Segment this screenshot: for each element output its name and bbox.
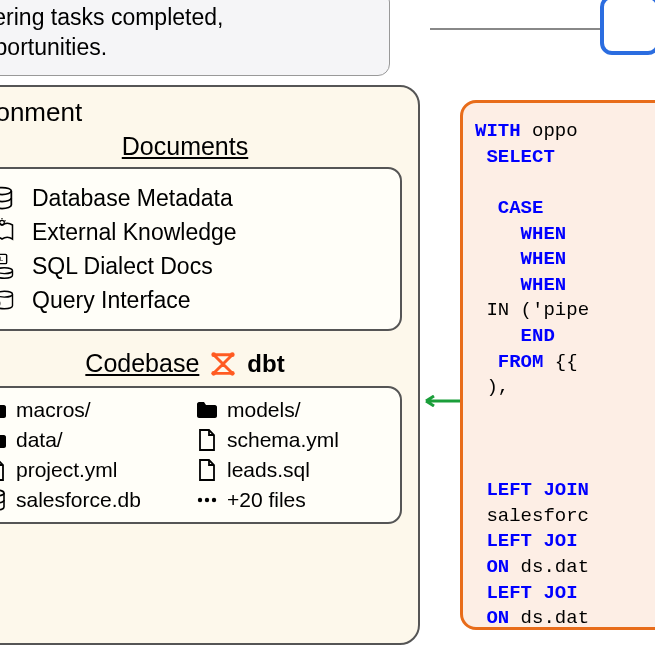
doc-label: Database Metadata bbox=[32, 185, 233, 212]
documents-box: Database Metadata External Knowledge SQL… bbox=[0, 167, 402, 331]
file-models: models/ bbox=[195, 398, 386, 422]
task-description: overing tasks completed, opportunities. bbox=[0, 0, 390, 76]
svg-point-10 bbox=[230, 371, 235, 376]
svg-point-14 bbox=[212, 498, 216, 502]
sql-txt: {{ bbox=[543, 351, 577, 373]
dots-icon bbox=[195, 488, 219, 512]
svg-text:SQL: SQL bbox=[0, 256, 4, 262]
sql-kw: LEFT JOI bbox=[475, 530, 578, 552]
file-label: schema.yml bbox=[227, 428, 339, 452]
sql-kw: LEFT JOIN bbox=[475, 479, 589, 501]
svg-point-0 bbox=[0, 188, 11, 195]
sql-kw: IN bbox=[475, 299, 509, 321]
environment-title: vironment bbox=[0, 97, 402, 128]
sql-kw: LEFT JOI bbox=[475, 582, 578, 604]
svg-point-8 bbox=[230, 352, 235, 357]
sql-txt: salesforc bbox=[475, 505, 589, 527]
file-salesforce: salesforce.db bbox=[0, 488, 175, 512]
sql-kw: SELECT bbox=[475, 146, 555, 168]
environment-panel: vironment Documents Database Metadata Ex… bbox=[0, 85, 420, 645]
file-label: salesforce.db bbox=[16, 488, 141, 512]
file-macros: macros/ bbox=[0, 398, 175, 422]
sql-kw: CASE bbox=[475, 197, 543, 219]
codebase-header: Codebase dbt bbox=[0, 349, 402, 378]
svg-point-12 bbox=[198, 498, 202, 502]
file-data: data/ bbox=[0, 428, 175, 452]
sql-kw: WITH bbox=[475, 120, 521, 142]
doc-label: External Knowledge bbox=[32, 219, 237, 246]
sql-txt: ds.dat bbox=[509, 556, 589, 578]
svg-point-4 bbox=[0, 268, 12, 274]
file-leads: leads.sql bbox=[195, 458, 386, 482]
file-more: +20 files bbox=[195, 488, 386, 512]
folder-icon bbox=[0, 398, 8, 422]
task-line2: opportunities. bbox=[0, 34, 107, 60]
doc-row-external-knowledge: External Knowledge bbox=[0, 217, 386, 247]
dbt-icon bbox=[209, 350, 237, 378]
agent-box bbox=[600, 0, 655, 55]
file-icon bbox=[195, 458, 219, 482]
file-label: macros/ bbox=[16, 398, 91, 422]
codebase-box: macros/ models/ data/ schema.yml project… bbox=[0, 386, 402, 524]
sql-kw: FROM bbox=[475, 351, 543, 373]
svg-point-5 bbox=[0, 291, 12, 297]
database-icon bbox=[0, 488, 8, 512]
sql-txt: oppo bbox=[521, 120, 578, 142]
doc-row-database-metadata: Database Metadata bbox=[0, 183, 386, 213]
sql-txt: ), bbox=[475, 376, 509, 398]
documents-title: Documents bbox=[0, 132, 402, 161]
sql-kw: ON bbox=[475, 607, 509, 629]
file-project: project.yml bbox=[0, 458, 175, 482]
doc-row-sql-dialect: SQL SQL Dialect Docs bbox=[0, 251, 386, 281]
doc-label: Query Interface bbox=[32, 287, 191, 314]
file-label: models/ bbox=[227, 398, 301, 422]
folder-icon bbox=[195, 398, 219, 422]
sql-kw: WHEN bbox=[475, 223, 566, 245]
svg-point-9 bbox=[212, 371, 217, 376]
sql-kw: WHEN bbox=[475, 248, 566, 270]
dbt-label: dbt bbox=[247, 350, 284, 378]
svg-point-7 bbox=[212, 352, 217, 357]
file-schema: schema.yml bbox=[195, 428, 386, 452]
sql-stack-icon: SQL bbox=[0, 251, 20, 281]
sql-kw: ON bbox=[475, 556, 509, 578]
file-icon bbox=[0, 458, 8, 482]
sql-code-panel: WITH oppo SELECT CASE WHEN WHEN WHEN IN … bbox=[460, 100, 655, 630]
svg-point-13 bbox=[205, 498, 209, 502]
file-label: +20 files bbox=[227, 488, 306, 512]
file-label: project.yml bbox=[16, 458, 118, 482]
doc-label: SQL Dialect Docs bbox=[32, 253, 213, 280]
magnify-db-icon bbox=[0, 285, 20, 315]
file-label: leads.sql bbox=[227, 458, 310, 482]
codebase-title: Codebase bbox=[85, 349, 199, 378]
folder-icon bbox=[0, 428, 8, 452]
file-label: data/ bbox=[16, 428, 63, 452]
file-icon bbox=[195, 428, 219, 452]
sql-kw: WHEN bbox=[475, 274, 566, 296]
database-icon bbox=[0, 183, 20, 213]
doc-row-query-interface: Query Interface bbox=[0, 285, 386, 315]
sql-kw: END bbox=[475, 325, 555, 347]
book-lightbulb-icon bbox=[0, 217, 20, 247]
sql-txt: ('pipe bbox=[509, 299, 589, 321]
connector-line bbox=[430, 28, 600, 98]
task-line1: overing tasks completed, bbox=[0, 4, 223, 30]
sql-txt: ds.dat bbox=[509, 607, 589, 629]
